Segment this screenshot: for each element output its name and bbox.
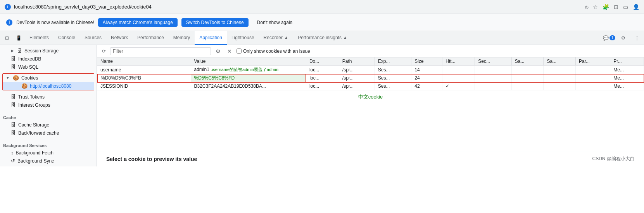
sidebar-item-trust-tokens[interactable]: 🗄 Trust Tokens (0, 93, 97, 101)
preview-text: Select a cookie to preview its value (106, 156, 197, 162)
col-name: Name (97, 57, 191, 66)
browser-icons: ⎋ ☆ 🧩 ⊡ ▭ 👤 (585, 4, 639, 10)
url-bar[interactable]: localhost:8080/spring_servlet_day03_war_… (14, 4, 582, 10)
trust-icon: 🗄 (11, 94, 16, 100)
pip-icon[interactable]: ⊡ (614, 4, 618, 10)
cell-same2 (544, 66, 576, 74)
cell-value: %D5%C5%C8%FD (191, 74, 306, 82)
devtools-notification: i DevTools is now available in Chinese! … (0, 14, 644, 31)
notification-text: DevTools is now available in Chinese! (16, 20, 94, 25)
cookies-icon: 🍪 (13, 75, 19, 81)
cookies-arrow: ▼ (6, 76, 10, 80)
username-overlay: username的值被admin覆盖了admin (211, 67, 278, 72)
cell-http (442, 74, 475, 82)
cookie-table-container: Name Value Do... Path Exp... Size Htt...… (97, 57, 644, 151)
cache-section: Cache 🗄 Cache Storage 🗄 Back/forward cac… (0, 111, 97, 139)
sidebar-item-bg-sync[interactable]: ↺ Background Sync (0, 157, 97, 165)
col-secure: Sec... (475, 57, 512, 66)
sidebar-item-websql[interactable]: 🗄 Web SQL (0, 63, 97, 71)
tab-console[interactable]: Console (54, 31, 80, 45)
cell-name: %D0%D5%C3%FB (97, 74, 191, 82)
switch-chinese-button[interactable]: Switch DevTools to Chinese (181, 18, 249, 27)
chinese-cookie-label: 中文cookie (97, 90, 644, 104)
bg-fetch-icon: ↕ (11, 150, 14, 156)
tab-lighthouse[interactable]: Lighthouse (227, 31, 259, 45)
cell-size: 42 (411, 82, 442, 90)
sidebar-item-localhost[interactable]: 🍪 http://localhost:8080 (3, 82, 94, 90)
devtools-content: ▶ 🗄 Session Storage 🗄 IndexedDB 🗄 Web SQ… (0, 45, 644, 166)
cell-size: 24 (411, 74, 442, 82)
table-wrapper: Name Value Do... Path Exp... Size Htt...… (97, 57, 644, 104)
cell-same1 (511, 66, 544, 74)
dont-show-button[interactable]: Don't show again (252, 18, 297, 27)
cell-partition (576, 82, 610, 90)
share-icon[interactable]: ⎋ (585, 4, 588, 10)
info-icon: i (5, 4, 11, 10)
cell-name: JSESSIONID (97, 82, 191, 90)
table-row[interactable]: %D0%D5%C3%FB %D5%C5%C8%FD loc... /spr...… (97, 74, 644, 82)
cell-domain: loc... (306, 82, 339, 90)
tab-application[interactable]: Application (195, 31, 227, 45)
main-content: ⟳ ⚙ ✕ Only show cookies with an issue Na… (97, 45, 644, 166)
chat-icon[interactable]: 💬 1 (604, 33, 615, 43)
browser-bar: i localhost:8080/spring_servlet_day03_wa… (0, 0, 644, 14)
table-row[interactable]: username admin1 username的值被admin覆盖了admin… (97, 66, 644, 74)
cell-same2 (544, 82, 576, 90)
watermark: CSDN @编程小大白 (592, 156, 635, 162)
profile-icon[interactable]: 👤 (633, 4, 639, 10)
cell-value: B32C3F2AA242AB19E0D538BA... (191, 82, 306, 90)
more-icon[interactable]: ⋮ (632, 33, 642, 43)
cell-value: admin1 username的值被admin覆盖了admin (191, 66, 306, 74)
sidebar-item-session-storage[interactable]: ▶ 🗄 Session Storage (0, 47, 97, 55)
filter-input[interactable] (110, 47, 211, 55)
sidebar-item-bg-fetch[interactable]: ↕ Background Fetch (0, 149, 97, 157)
col-expires: Exp... (375, 57, 411, 66)
settings-icon[interactable]: ⚙ (618, 33, 628, 43)
tab-network[interactable]: Network (106, 31, 133, 45)
sidebar-item-cookies-header[interactable]: ▼ 🍪 Cookies (3, 74, 94, 82)
cell-expires: Ses... (375, 82, 411, 90)
tab-memory[interactable]: Memory (169, 31, 195, 45)
tab-recorder[interactable]: Recorder ▲ (259, 31, 294, 45)
sidebar-item-cache-storage[interactable]: 🗄 Cache Storage (0, 121, 97, 129)
db-icon3: 🗄 (11, 64, 16, 70)
db-icon: 🗄 (17, 48, 22, 54)
sidebar-item-back-forward-cache[interactable]: 🗄 Back/forward cache (0, 129, 97, 137)
cell-priority: Me... (610, 74, 644, 82)
inspect-icon[interactable]: ⊡ (2, 33, 12, 43)
bg-sync-icon: ↺ (11, 158, 15, 164)
star-icon[interactable]: ☆ (593, 4, 598, 10)
window-icon[interactable]: ▭ (623, 4, 628, 10)
table-row[interactable]: JSESSIONID B32C3F2AA242AB19E0D538BA... l… (97, 82, 644, 90)
cell-path: /spr... (339, 66, 375, 74)
tab-performance[interactable]: Performance (133, 31, 169, 45)
col-same1: Sa... (511, 57, 544, 66)
sidebar-item-indexeddb[interactable]: 🗄 IndexedDB (0, 55, 97, 63)
bg-services-label: Background Services (0, 140, 97, 149)
sidebar-item-interest-groups[interactable]: 🗄 Interest Groups (0, 101, 97, 109)
cell-partition (576, 66, 610, 74)
clear-filter-icon[interactable]: ✕ (225, 47, 234, 56)
cell-same1 (511, 74, 544, 82)
only-issue-label: Only show cookies with an issue (243, 48, 310, 54)
trust-section: 🗄 Trust Tokens 🗄 Interest Groups (0, 91, 97, 111)
cell-size: 14 (411, 66, 442, 74)
extension-icon[interactable]: 🧩 (603, 4, 609, 10)
only-issue-checkbox[interactable] (237, 48, 242, 54)
cell-secure (475, 74, 512, 82)
cell-domain: loc... (306, 74, 339, 82)
cell-same1 (511, 82, 544, 90)
cookie-table: Name Value Do... Path Exp... Size Htt...… (97, 57, 644, 90)
tab-performance-insights[interactable]: Performance insights ▲ (293, 31, 352, 45)
match-language-button[interactable]: Always match Chrome's language (98, 18, 178, 27)
db-icon2: 🗄 (11, 56, 16, 62)
tab-elements[interactable]: Elements (25, 31, 54, 45)
cell-http (442, 66, 475, 74)
refresh-button[interactable]: ⟳ (100, 47, 108, 55)
cell-http: ✓ (442, 82, 475, 90)
arrow-icon: ▶ (11, 48, 14, 53)
filter-options-icon[interactable]: ⚙ (213, 47, 223, 56)
col-partition: Par... (576, 57, 610, 66)
device-icon[interactable]: 📱 (13, 33, 24, 43)
tab-sources[interactable]: Sources (80, 31, 106, 45)
